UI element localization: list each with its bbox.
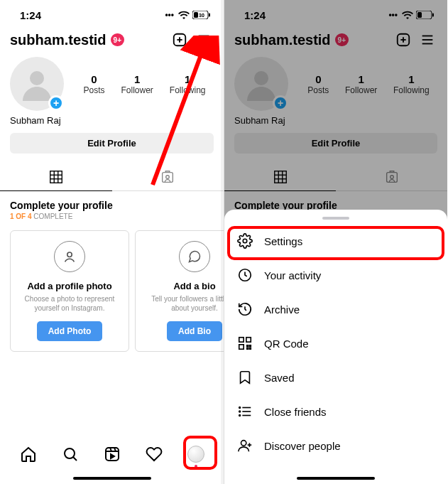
complete-title: Complete your profile — [10, 200, 214, 211]
nav-profile[interactable] — [180, 439, 212, 470]
complete-cards: Add a profile photo Choose a photo to re… — [0, 223, 224, 359]
nav-reels[interactable] — [97, 439, 128, 470]
status-time: 1:24 — [20, 9, 41, 21]
menu-label: Your activity — [264, 269, 321, 281]
home-indicator — [297, 477, 375, 480]
display-name: Subham Raj — [0, 115, 224, 126]
following-label: Following — [170, 85, 206, 95]
battery-icon: 30 — [192, 11, 211, 19]
wifi-icon — [402, 11, 413, 19]
tagged-icon — [384, 169, 400, 185]
bottom-nav — [0, 431, 224, 484]
card-title: Add a profile photo — [18, 281, 121, 291]
card-desc: Choose a photo to represent yourself on … — [18, 294, 121, 313]
profile-photo-icon — [54, 241, 85, 272]
nav-search[interactable] — [55, 439, 86, 470]
stat-posts[interactable]: 0 Posts — [307, 73, 329, 95]
menu-label: QR Code — [264, 338, 309, 350]
menu-label: Discover people — [264, 440, 341, 452]
svg-point-56 — [239, 411, 241, 412]
svg-text:30: 30 — [199, 13, 204, 18]
stat-following[interactable]: 1 Following — [170, 73, 206, 95]
menu-button[interactable] — [417, 30, 437, 50]
sheet-handle[interactable] — [322, 217, 349, 220]
svg-point-58 — [241, 441, 246, 446]
menu-item-qr[interactable]: QR Code — [224, 326, 447, 360]
username[interactable]: subham.testid — [10, 32, 106, 48]
tagged-icon — [160, 169, 175, 185]
avatar[interactable]: + — [10, 57, 64, 111]
stat-followers[interactable]: 1 Follower — [121, 73, 153, 95]
add-story-icon[interactable]: + — [48, 95, 64, 111]
svg-point-43 — [243, 239, 247, 243]
create-button[interactable] — [170, 30, 190, 50]
add-story-icon[interactable]: + — [273, 95, 288, 111]
username[interactable]: subham.testid — [234, 32, 331, 48]
profile-avatar-icon — [187, 446, 204, 463]
stat-posts[interactable]: 0 Posts — [83, 73, 104, 95]
svg-line-20 — [73, 457, 77, 461]
svg-rect-49 — [249, 345, 251, 347]
tab-grid[interactable] — [0, 163, 112, 191]
menu-item-saved[interactable]: Saved — [224, 360, 447, 394]
person-icon — [20, 67, 54, 101]
status-icons: ••• — [388, 10, 435, 20]
menu-item-discover[interactable]: Discover people — [224, 429, 447, 463]
add-bio-button[interactable]: Add Bio — [167, 321, 222, 341]
svg-rect-16 — [163, 173, 173, 183]
avatar[interactable]: + — [234, 57, 288, 111]
plus-square-icon — [395, 32, 411, 48]
nav-home[interactable] — [13, 439, 44, 470]
menu-item-activity[interactable]: Your activity — [224, 258, 447, 292]
followers-label: Follower — [121, 85, 153, 95]
stat-followers[interactable]: 1 Follower — [345, 73, 377, 95]
edit-profile-button[interactable]: Edit Profile — [10, 133, 214, 154]
nav-activity[interactable] — [138, 439, 170, 470]
hamburger-icon — [420, 32, 435, 48]
svg-point-10 — [30, 71, 44, 85]
profile-header: subham.testid 9+ — [0, 26, 224, 55]
tab-grid[interactable] — [224, 163, 336, 191]
settings-sheet: Settings Your activity Archive QR Code S… — [224, 210, 447, 484]
display-name: Subham Raj — [224, 115, 447, 126]
card-title: Add a bio — [143, 281, 224, 291]
notification-badge[interactable]: 9+ — [111, 33, 124, 46]
hamburger-icon — [196, 32, 212, 48]
profile-header: subham.testid 9+ — [224, 26, 447, 55]
bio-icon — [179, 241, 210, 272]
menu-item-archive[interactable]: Archive — [224, 292, 447, 326]
plus-square-icon — [172, 32, 187, 48]
status-icons: ••• 30 — [165, 10, 211, 20]
search-icon — [62, 446, 79, 463]
qr-icon — [237, 335, 253, 351]
menu-item-settings[interactable]: Settings — [224, 224, 447, 258]
tab-tagged[interactable] — [336, 163, 447, 190]
svg-rect-28 — [417, 12, 422, 18]
add-photo-button[interactable]: Add Photo — [37, 321, 103, 341]
menu-button[interactable] — [194, 30, 214, 50]
heart-icon — [146, 446, 163, 463]
profile-tabs — [0, 163, 224, 191]
svg-rect-46 — [246, 338, 251, 342]
notification-badge[interactable]: 9+ — [335, 33, 349, 46]
profile-row: + 0 Posts 1 Follower 1 Following — [224, 55, 447, 114]
stat-following[interactable]: 1 Following — [393, 73, 430, 95]
grid-icon — [48, 169, 64, 185]
create-button[interactable] — [393, 30, 413, 50]
home-indicator — [73, 477, 151, 480]
menu-item-close-friends[interactable]: Close friends — [224, 394, 447, 429]
menu-label: Archive — [264, 303, 300, 316]
card-add-bio: Add a bio Tell your followers a little b… — [135, 230, 224, 352]
status-bar: 1:24 ••• 30 — [0, 0, 224, 26]
card-desc: Tell your followers a little bit about y… — [143, 294, 224, 313]
tab-tagged[interactable] — [112, 163, 224, 190]
menu-label: Close friends — [264, 406, 327, 418]
svg-rect-41 — [386, 173, 397, 183]
svg-rect-27 — [432, 14, 434, 17]
edit-profile-button[interactable]: Edit Profile — [234, 133, 437, 154]
svg-rect-51 — [249, 348, 251, 349]
svg-point-57 — [239, 415, 241, 416]
stats: 0 Posts 1 Follower 1 Following — [75, 73, 214, 95]
svg-rect-47 — [239, 345, 244, 349]
svg-rect-1 — [209, 14, 210, 17]
